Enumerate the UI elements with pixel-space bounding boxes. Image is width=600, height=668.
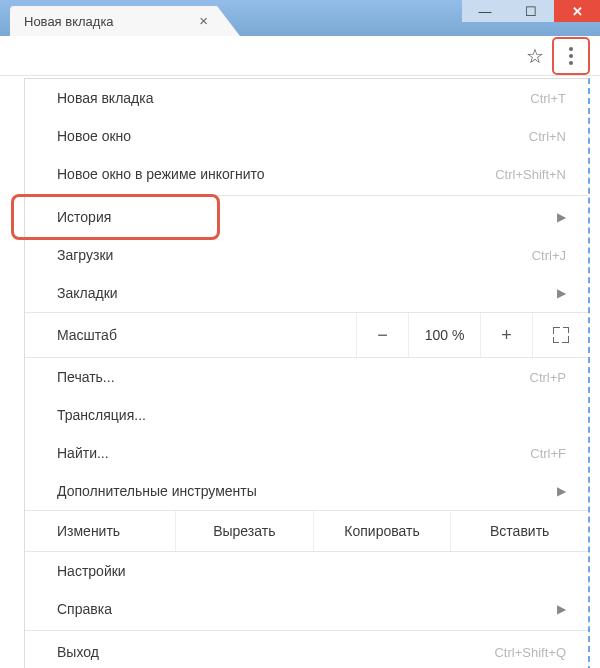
menu-item-label: Выход xyxy=(57,644,99,660)
window-controls: — ☐ ✕ xyxy=(462,0,600,22)
chevron-right-icon: ▶ xyxy=(557,484,566,498)
menu-settings[interactable]: Настройки xyxy=(25,552,588,590)
menu-item-shortcut: Ctrl+T xyxy=(530,91,566,106)
close-tab-icon[interactable]: × xyxy=(199,12,208,29)
menu-more-tools[interactable]: Дополнительные инструменты ▶ xyxy=(25,472,588,510)
menu-button-highlight xyxy=(552,37,590,75)
menu-item-shortcut: Ctrl+F xyxy=(530,446,566,461)
browser-tab[interactable]: Новая вкладка × xyxy=(10,6,240,36)
fullscreen-icon xyxy=(553,327,569,343)
zoom-value: 100 % xyxy=(408,313,480,357)
fullscreen-button[interactable] xyxy=(532,313,588,357)
menu-item-shortcut: Ctrl+Shift+Q xyxy=(494,645,566,660)
zoom-in-button[interactable]: + xyxy=(480,313,532,357)
menu-item-label: История xyxy=(57,209,111,225)
menu-new-window[interactable]: Новое окно Ctrl+N xyxy=(25,117,588,155)
menu-item-label: Трансляция... xyxy=(57,407,146,423)
menu-item-shortcut: Ctrl+Shift+N xyxy=(495,167,566,182)
separator xyxy=(25,630,588,631)
maximize-button[interactable]: ☐ xyxy=(508,0,554,22)
close-window-button[interactable]: ✕ xyxy=(554,0,600,22)
chevron-right-icon: ▶ xyxy=(557,210,566,224)
menu-print[interactable]: Печать... Ctrl+P xyxy=(25,358,588,396)
tab-title: Новая вкладка xyxy=(24,14,114,29)
separator xyxy=(25,195,588,196)
menu-item-label: Найти... xyxy=(57,445,109,461)
menu-item-shortcut: Ctrl+P xyxy=(530,370,566,385)
menu-item-label: Новое окно в режиме инкогнито xyxy=(57,166,265,182)
bookmark-star-icon[interactable]: ☆ xyxy=(526,44,544,68)
kebab-icon xyxy=(569,47,573,65)
zoom-label: Масштаб xyxy=(25,327,356,343)
paste-button[interactable]: Вставить xyxy=(450,511,588,551)
menu-zoom-row: Масштаб − 100 % + xyxy=(25,312,588,358)
menu-item-label: Новое окно xyxy=(57,128,131,144)
menu-item-label: Справка xyxy=(57,601,112,617)
menu-help[interactable]: Справка ▶ xyxy=(25,590,588,628)
menu-find[interactable]: Найти... Ctrl+F xyxy=(25,434,588,472)
menu-item-shortcut: Ctrl+N xyxy=(529,129,566,144)
zoom-out-button[interactable]: − xyxy=(356,313,408,357)
window-titlebar: Новая вкладка × — ☐ ✕ xyxy=(0,0,600,36)
menu-exit[interactable]: Выход Ctrl+Shift+Q xyxy=(25,633,588,668)
menu-downloads[interactable]: Загрузки Ctrl+J xyxy=(25,236,588,274)
minimize-button[interactable]: — xyxy=(462,0,508,22)
menu-edit-row: Изменить Вырезать Копировать Вставить xyxy=(25,510,588,552)
menu-button[interactable] xyxy=(556,41,586,71)
chevron-right-icon: ▶ xyxy=(557,286,566,300)
browser-toolbar: ☆ xyxy=(0,36,600,76)
menu-item-label: Закладки xyxy=(57,285,118,301)
menu-bookmarks[interactable]: Закладки ▶ xyxy=(25,274,588,312)
menu-item-label: Новая вкладка xyxy=(57,90,154,106)
menu-item-label: Загрузки xyxy=(57,247,113,263)
chevron-right-icon: ▶ xyxy=(557,602,566,616)
menu-item-label: Дополнительные инструменты xyxy=(57,483,257,499)
tutorial-highlight xyxy=(11,194,220,240)
menu-item-shortcut: Ctrl+J xyxy=(532,248,566,263)
edit-label: Изменить xyxy=(25,511,175,551)
chrome-main-menu: Новая вкладка Ctrl+T Новое окно Ctrl+N Н… xyxy=(24,78,590,668)
copy-button[interactable]: Копировать xyxy=(313,511,451,551)
menu-incognito[interactable]: Новое окно в режиме инкогнито Ctrl+Shift… xyxy=(25,155,588,193)
menu-cast[interactable]: Трансляция... xyxy=(25,396,588,434)
menu-history[interactable]: История ▶ xyxy=(25,198,588,236)
menu-new-tab[interactable]: Новая вкладка Ctrl+T xyxy=(25,79,588,117)
menu-item-label: Настройки xyxy=(57,563,126,579)
cut-button[interactable]: Вырезать xyxy=(175,511,313,551)
menu-item-label: Печать... xyxy=(57,369,115,385)
